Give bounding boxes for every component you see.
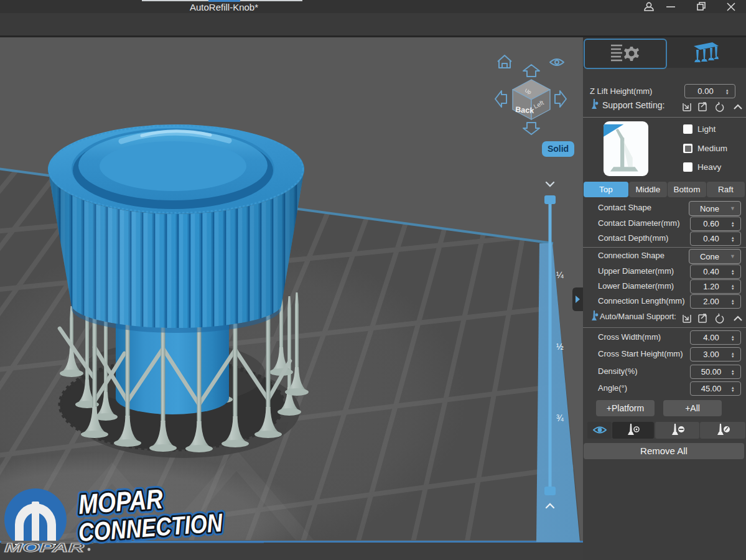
svg-text:¼: ¼: [556, 270, 564, 280]
svg-text:MOPAR: MOPAR: [4, 540, 85, 554]
svg-text:Solid: Solid: [548, 144, 569, 154]
svg-text:¾: ¾: [556, 413, 564, 423]
svg-text:½: ½: [556, 342, 564, 352]
svg-text:Back: Back: [515, 105, 534, 115]
